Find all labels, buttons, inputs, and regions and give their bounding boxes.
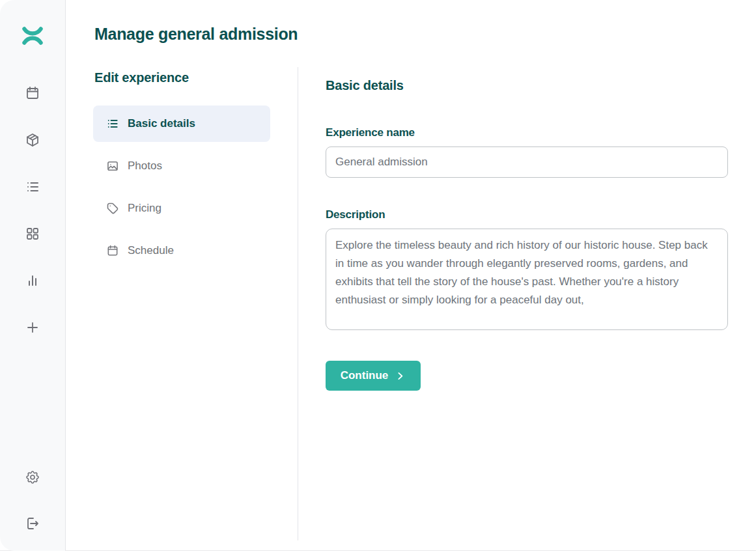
- sidebar-list-button[interactable]: [17, 171, 48, 202]
- tag-icon: [106, 202, 119, 215]
- page-title: Manage general admission: [94, 25, 298, 44]
- nav-item-label: Pricing: [128, 202, 161, 215]
- logout-icon: [25, 516, 40, 531]
- gear-icon: [25, 469, 40, 485]
- grid-icon: [25, 226, 40, 242]
- continue-button-label: Continue: [341, 369, 389, 382]
- app-window: Manage general admission Edit experience…: [0, 0, 756, 551]
- experience-name-label: Experience name: [326, 126, 728, 140]
- calendar-icon: [25, 85, 40, 101]
- nav-item-label: Schedule: [128, 244, 174, 257]
- plus-icon: [25, 320, 40, 335]
- sidebar-footer-nav: [0, 462, 65, 539]
- sidebar: [0, 0, 66, 551]
- sidebar-package-button[interactable]: [17, 124, 48, 156]
- chevron-right-icon: [395, 370, 406, 382]
- nav-item-label: Basic details: [128, 117, 195, 130]
- section-heading: Basic details: [326, 77, 728, 93]
- sidebar-settings-button[interactable]: [17, 462, 48, 493]
- brand-x-logo-icon: [21, 25, 44, 48]
- basic-details-form: Basic details Experience name Descriptio…: [326, 77, 728, 391]
- edit-experience-nav: Basic details Photos Pricing: [93, 105, 270, 269]
- nav-item-pricing[interactable]: Pricing: [93, 190, 270, 227]
- sidebar-grid-button[interactable]: [17, 218, 48, 249]
- sidebar-add-button[interactable]: [17, 312, 48, 343]
- brand-logo-button[interactable]: [0, 23, 65, 49]
- nav-item-label: Photos: [128, 160, 162, 173]
- photo-icon: [106, 160, 119, 173]
- sidebar-logout-button[interactable]: [17, 508, 48, 539]
- description-label: Description: [326, 208, 728, 222]
- package-icon: [25, 132, 40, 148]
- calendar-icon: [106, 244, 119, 257]
- list-icon: [25, 179, 40, 195]
- sidebar-bar-chart-button[interactable]: [17, 265, 48, 296]
- edit-experience-heading: Edit experience: [94, 70, 189, 85]
- nav-item-schedule[interactable]: Schedule: [93, 232, 270, 269]
- bar-chart-icon: [25, 273, 40, 288]
- continue-button[interactable]: Continue: [326, 361, 421, 391]
- nav-item-photos[interactable]: Photos: [93, 148, 270, 184]
- sidebar-main-nav: [0, 77, 65, 343]
- nav-item-basic-details[interactable]: Basic details: [93, 105, 270, 142]
- description-textarea[interactable]: Explore the timeless beauty and rich his…: [326, 229, 728, 330]
- experience-name-input[interactable]: [326, 146, 728, 178]
- panel-divider: [298, 67, 298, 540]
- list-details-icon: [106, 117, 119, 130]
- sidebar-calendar-button[interactable]: [17, 77, 48, 109]
